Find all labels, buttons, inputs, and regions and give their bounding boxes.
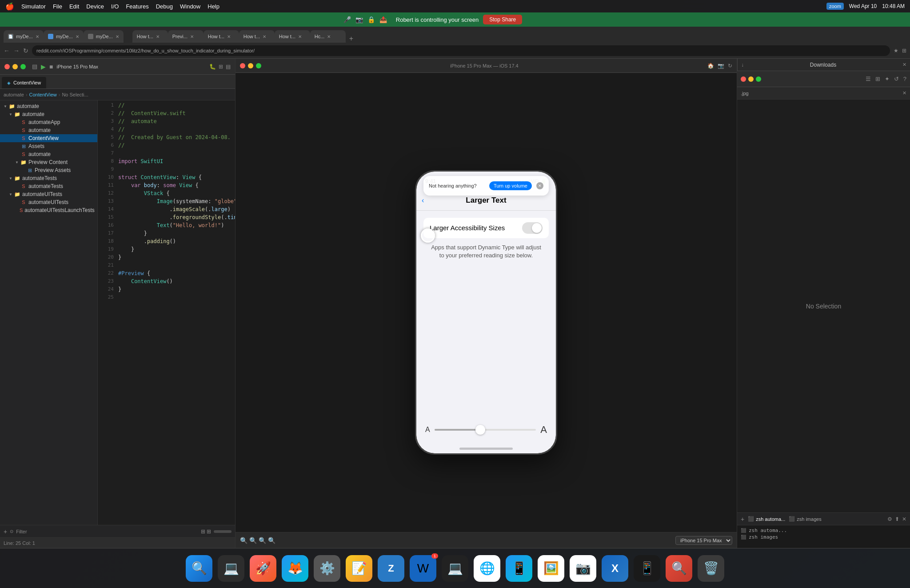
nav-automatetests-file[interactable]: ▶ S automateTests: [0, 182, 97, 190]
xcode-inspector-icon[interactable]: ▤: [226, 64, 231, 70]
nav-automatetests[interactable]: ▼ 📁 automateTests: [0, 174, 97, 182]
dock-simulator[interactable]: 📱: [634, 555, 660, 582]
nav-forward-button[interactable]: →: [13, 47, 20, 54]
right-inspector-1[interactable]: ☰: [866, 76, 871, 82]
tab-close-2[interactable]: ✕: [76, 34, 79, 39]
xcode-add-button[interactable]: +: [4, 528, 7, 535]
browser-tab-9[interactable]: Hc... ✕: [310, 30, 346, 43]
sim-zoom-in-icon[interactable]: 🔍: [259, 537, 266, 544]
sim-screenshot-icon[interactable]: 📷: [718, 63, 724, 69]
browser-tab-3[interactable]: myDe... ✕: [84, 30, 124, 43]
xcode-run-button[interactable]: ▶: [41, 63, 46, 70]
right-inspector-5[interactable]: ?: [903, 76, 906, 82]
menubar-features[interactable]: Features: [126, 3, 148, 10]
ios-slider-thumb[interactable]: [475, 425, 485, 435]
nav-bookmark-button[interactable]: ★: [894, 48, 898, 54]
tab-close-9[interactable]: ✕: [327, 34, 331, 39]
address-bar[interactable]: reddit.com/r/iOSProgramming/comments/10l…: [32, 45, 890, 56]
ios-back-button[interactable]: ‹: [422, 196, 424, 204]
xcode-maximize-button[interactable]: [20, 64, 26, 69]
dock-zoom[interactable]: Z: [378, 555, 404, 582]
terminal-tab-2[interactable]: ⬛ zsh images: [789, 516, 822, 522]
terminal-settings-icon[interactable]: ⚙: [887, 516, 892, 522]
menubar-window[interactable]: Window: [180, 3, 200, 10]
browser-tab-8[interactable]: How t... ✕: [275, 30, 310, 43]
dock-vscode[interactable]: 💻: [218, 555, 244, 582]
nav-automateuitests[interactable]: ▼ 📁 automateUITests: [0, 190, 97, 198]
menubar-help[interactable]: Help: [208, 3, 220, 10]
sim-rotate-icon[interactable]: ↻: [728, 63, 732, 69]
right-close-button[interactable]: [741, 76, 746, 82]
dock-finder[interactable]: 🔍: [186, 555, 212, 582]
xcode-tab-contentview[interactable]: ◈ ContentView: [2, 77, 46, 88]
terminal-add-icon[interactable]: +: [741, 516, 744, 523]
xcode-debug-icon[interactable]: 🐛: [209, 64, 216, 70]
nav-automateuitests-file[interactable]: ▶ S automateUITests: [0, 198, 97, 206]
dock-launchpad[interactable]: 🚀: [250, 555, 276, 582]
right-maximize-button[interactable]: [756, 76, 761, 82]
sim-device-select[interactable]: iPhone 15 Pro iPhone 15 Pro Max: [675, 536, 732, 545]
code-editor[interactable]: 1 // 2 // ContentView.swift 3 // automat…: [98, 100, 235, 525]
xcode-minimize-button[interactable]: [12, 64, 18, 69]
right-inspector-3[interactable]: ✦: [885, 76, 890, 82]
menubar-debug[interactable]: Debug: [156, 3, 173, 10]
apple-menu[interactable]: 🍎: [5, 2, 14, 11]
xcode-close-button[interactable]: [4, 64, 10, 69]
dock-notes[interactable]: 📝: [346, 555, 372, 582]
file-navigator[interactable]: ▼ 📁 automate ▼ 📁 automate ▶ S automateAp…: [0, 100, 98, 525]
dock-preview[interactable]: 🖼️: [538, 555, 564, 582]
menubar-simulator[interactable]: Simulator: [21, 3, 46, 10]
stop-share-button[interactable]: Stop Share: [483, 15, 522, 24]
tab-close-8[interactable]: ✕: [298, 34, 302, 39]
nav-contentview[interactable]: ▶ S ContentView: [0, 134, 97, 142]
zoom-share-icon[interactable]: 📤: [379, 16, 387, 23]
browser-tab-2[interactable]: myDe... ✕: [44, 30, 84, 43]
nav-automate-file-2[interactable]: ▶ S automate: [0, 150, 97, 158]
sim-close-button[interactable]: [240, 63, 245, 68]
menubar-file[interactable]: File: [53, 3, 62, 10]
sim-minimize-button[interactable]: [248, 63, 253, 68]
xcode-stop-button[interactable]: ■: [49, 63, 53, 70]
menubar-device[interactable]: Device: [86, 3, 104, 10]
xcode-filter-label[interactable]: Filter: [16, 529, 27, 534]
nav-root-automate[interactable]: ▼ 📁 automate: [0, 102, 97, 110]
right-inspector-2[interactable]: ⊞: [875, 76, 880, 82]
sim-zoom-reset-icon[interactable]: 🔍: [249, 537, 257, 544]
nav-back-button[interactable]: ←: [4, 47, 10, 54]
dock-word[interactable]: W 1: [410, 555, 436, 582]
tab-close-6[interactable]: ✕: [227, 34, 231, 39]
tab-close-1[interactable]: ✕: [36, 34, 39, 39]
breadcrumb-contentview[interactable]: ContentView: [29, 92, 57, 97]
dock-chrome[interactable]: 🌐: [474, 555, 500, 582]
tab-close-3[interactable]: ✕: [116, 34, 119, 39]
nav-preview-content[interactable]: ▼ 📁 Preview Content: [0, 158, 97, 166]
nav-automate-group[interactable]: ▼ 📁 automate: [0, 110, 97, 118]
browser-tab-6[interactable]: How t... ✕: [204, 30, 239, 43]
xcode-navigator-icon[interactable]: ▤: [32, 63, 37, 70]
ios-turn-up-volume-button[interactable]: Turn up volume: [489, 181, 532, 190]
right-inspector-4[interactable]: ↺: [894, 76, 899, 82]
ios-slider-track[interactable]: [435, 429, 536, 431]
xcode-grid-icon[interactable]: ⊞: [219, 64, 223, 70]
browser-tab-1[interactable]: 📄 myDe... ✕: [4, 30, 44, 43]
new-tab-button[interactable]: +: [346, 35, 357, 43]
dock-trash[interactable]: 🗑️: [698, 555, 724, 582]
zoom-mic-icon[interactable]: 🎤: [343, 16, 351, 23]
right-minimize-button[interactable]: [748, 76, 754, 82]
zoom-security-icon[interactable]: 🔒: [367, 16, 375, 23]
ios-notification-close-button[interactable]: ✕: [536, 182, 543, 189]
ios-accessibility-row[interactable]: Larger Accessibility Sizes: [423, 218, 549, 238]
dock-system-prefs[interactable]: ⚙️: [314, 555, 340, 582]
downloads-close-icon[interactable]: ✕: [902, 62, 906, 68]
nav-automateapp[interactable]: ▶ S automateApp: [0, 118, 97, 126]
dock-radar[interactable]: 🔍: [666, 555, 692, 582]
tab-close-4[interactable]: ✕: [156, 34, 160, 39]
nav-preview-assets[interactable]: ▶ ⊞ Preview Assets: [0, 166, 97, 174]
tab-close-7[interactable]: ✕: [263, 34, 266, 39]
terminal-expand-icon[interactable]: ⬆: [895, 516, 899, 522]
nav-automate-file[interactable]: ▶ S automate: [0, 126, 97, 134]
browser-tab-7[interactable]: How t... ✕: [239, 30, 275, 43]
ios-accessibility-toggle[interactable]: [522, 222, 543, 234]
nav-extensions-button[interactable]: ⊞: [902, 48, 906, 54]
nav-assets[interactable]: ▶ ⊞ Assets: [0, 142, 97, 150]
